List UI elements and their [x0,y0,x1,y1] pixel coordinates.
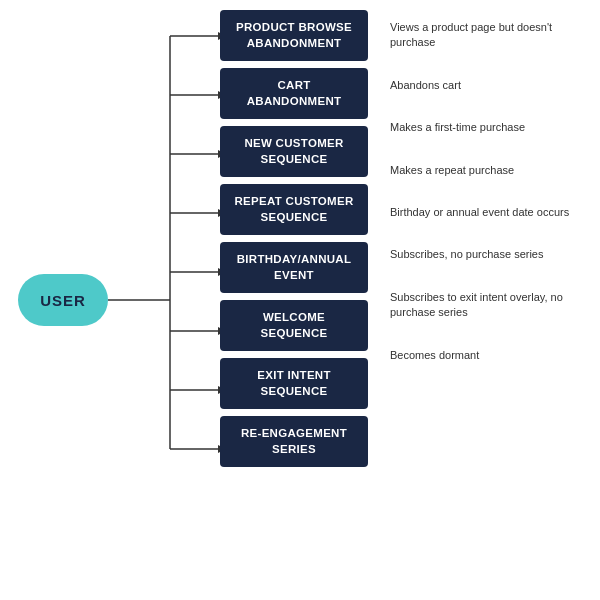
boxes-column: PRODUCT BROWSEABANDONMENT CARTABANDONMEN… [220,10,368,467]
seq-box-repeat-customer: REPEAT CUSTOMERSEQUENCE [220,184,368,235]
seq-box-welcome: WELCOMESEQUENCE [220,300,368,351]
seq-box-label-3: REPEAT CUSTOMERSEQUENCE [234,195,353,223]
seq-box-label-7: RE-ENGAGEMENTSERIES [241,427,347,455]
seq-box-label-1: CARTABANDONMENT [247,79,342,107]
seq-box-label-2: NEW CUSTOMERSEQUENCE [244,137,343,165]
seq-label-6: Subscribes to exit intent overlay, no pu… [382,280,577,331]
seq-box-label-6: EXIT INTENTSEQUENCE [257,369,331,397]
user-label: USER [40,292,86,309]
seq-label-2: Makes a first-time purchase [382,110,577,145]
seq-box-new-customer: NEW CUSTOMERSEQUENCE [220,126,368,177]
seq-label-1: Abandons cart [382,68,577,103]
seq-box-product-browse: PRODUCT BROWSEABANDONMENT [220,10,368,61]
seq-box-cart-abandonment: CARTABANDONMENT [220,68,368,119]
seq-box-birthday: BIRTHDAY/ANNUALEVENT [220,242,368,293]
seq-label-4: Birthday or annual event date occurs [382,195,577,230]
seq-box-label-0: PRODUCT BROWSEABANDONMENT [236,21,352,49]
seq-box-label-4: BIRTHDAY/ANNUALEVENT [237,253,352,281]
labels-column: Views a product page but doesn't purchas… [382,10,577,373]
diagram-container: USER [0,0,600,600]
seq-box-re-engagement: RE-ENGAGEMENTSERIES [220,416,368,467]
seq-label-3: Makes a repeat purchase [382,153,577,188]
seq-label-5: Subscribes, no purchase series [382,237,577,272]
seq-box-exit-intent: EXIT INTENTSEQUENCE [220,358,368,409]
seq-label-7: Becomes dormant [382,338,577,373]
seq-label-0: Views a product page but doesn't purchas… [382,10,577,61]
seq-box-label-5: WELCOMESEQUENCE [261,311,328,339]
user-pill: USER [18,274,108,326]
